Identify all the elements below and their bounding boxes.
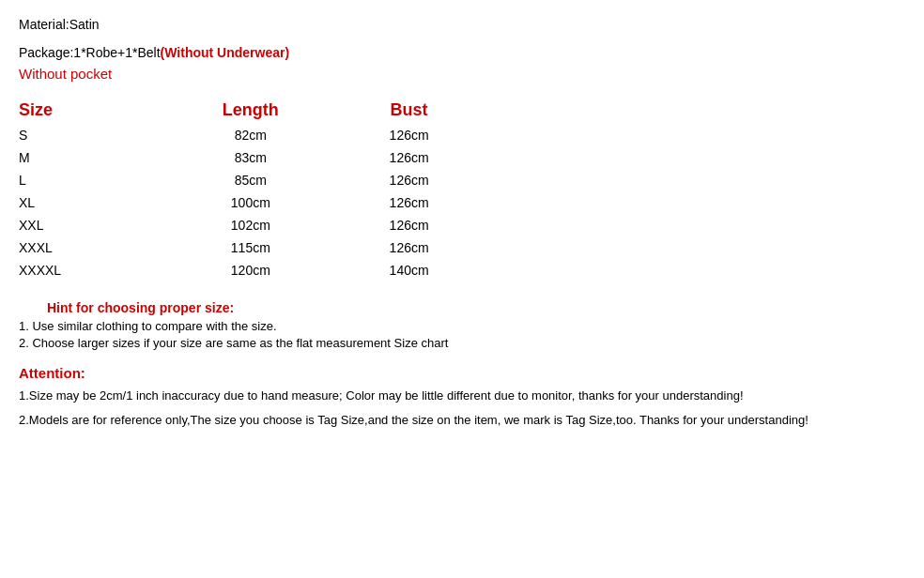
header-bust: Bust (330, 97, 488, 124)
table-row: XXXL115cm126cm (19, 236, 488, 259)
hint-item-1: 1. Use similar clothing to compare with … (19, 319, 905, 333)
without-pocket: Without pocket (19, 66, 905, 82)
table-cell: 140cm (330, 259, 488, 281)
table-cell: XL (19, 191, 171, 214)
table-cell: 83cm (171, 146, 330, 169)
table-cell: XXXL (19, 236, 171, 259)
table-cell: 126cm (330, 214, 488, 236)
table-cell: 126cm (330, 191, 488, 214)
table-cell: 85cm (171, 169, 330, 191)
table-cell: M (19, 146, 171, 169)
table-cell: 82cm (171, 124, 330, 146)
hint-section: Hint for choosing proper size: 1. Use si… (19, 300, 905, 350)
material-text: Material:Satin (19, 17, 100, 32)
table-cell: S (19, 124, 171, 146)
hint-title: Hint for choosing proper size: (19, 300, 905, 315)
table-cell: 126cm (330, 169, 488, 191)
hint-item-2: 2. Choose larger sizes if your size are … (19, 336, 905, 350)
material-line: Material:Satin (19, 17, 905, 32)
table-row: XXL102cm126cm (19, 214, 488, 236)
package-red: (Without Underwear) (161, 45, 290, 60)
table-row: S82cm126cm (19, 124, 488, 146)
header-length: Length (171, 97, 330, 124)
attention-title: Attention: (19, 365, 905, 381)
table-cell: XXXXL (19, 259, 171, 281)
table-row: L85cm126cm (19, 169, 488, 191)
attention-item-1: 1.Size may be 2cm/1 inch inaccuracy due … (19, 387, 905, 405)
table-cell: 126cm (330, 236, 488, 259)
package-prefix: Package:1*Robe+1*Belt (19, 45, 161, 60)
table-cell: 126cm (330, 124, 488, 146)
table-row: XL100cm126cm (19, 191, 488, 214)
table-cell: 115cm (171, 236, 330, 259)
attention-section: Attention: 1.Size may be 2cm/1 inch inac… (19, 365, 905, 429)
table-cell: 126cm (330, 146, 488, 169)
table-cell: XXL (19, 214, 171, 236)
table-row: XXXXL120cm140cm (19, 259, 488, 281)
size-table: Size Length Bust S82cm126cmM83cm126cmL85… (19, 97, 488, 281)
table-cell: L (19, 169, 171, 191)
table-header-row: Size Length Bust (19, 97, 488, 124)
table-cell: 100cm (171, 191, 330, 214)
package-line: Package:1*Robe+1*Belt(Without Underwear) (19, 45, 905, 60)
attention-item-2: 2.Models are for reference only,The size… (19, 411, 905, 430)
table-cell: 102cm (171, 214, 330, 236)
table-row: M83cm126cm (19, 146, 488, 169)
table-cell: 120cm (171, 259, 330, 281)
header-size: Size (19, 97, 171, 124)
